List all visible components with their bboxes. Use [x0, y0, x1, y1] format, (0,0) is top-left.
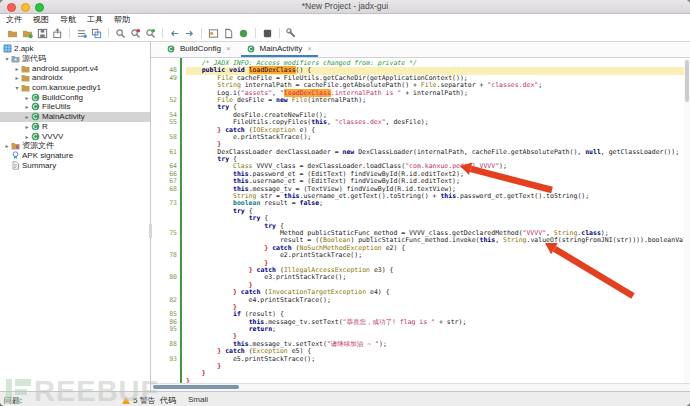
tree-item-BuildConfig[interactable]: ▸BuildConfig	[0, 92, 150, 102]
menu-item-tools[interactable]: 工具	[87, 14, 103, 25]
status-bar: 问题: 5 警告 代码 Smali	[0, 391, 690, 406]
tree-expand-icon[interactable]: ▸	[23, 123, 31, 130]
tree-item-_[interactable]: ▸资源文件	[0, 141, 150, 151]
horizontal-scrollbar[interactable]	[151, 383, 690, 391]
toolbar-separator	[279, 28, 280, 38]
tree-item-label: com.kanxue.pediy1	[31, 83, 101, 92]
code-line[interactable]: File desFile = new File(internalPath);	[186, 97, 690, 104]
source-preview-icon[interactable]	[222, 27, 235, 40]
close-tab-icon[interactable]: ×	[226, 44, 231, 53]
code-line[interactable]: e3.printStackTrace();	[186, 274, 690, 281]
menu-item-help[interactable]: 帮助	[114, 14, 130, 25]
tree-item-androidx[interactable]: ▸androidx	[0, 73, 150, 83]
tree-expand-icon[interactable]: ▸	[23, 133, 31, 140]
tree-item-FileUtils[interactable]: ▸FileUtils	[0, 102, 150, 112]
code-line[interactable]: e4.printStackTrace();	[186, 297, 690, 304]
code-line[interactable]: e5.printStackTrace();	[186, 356, 690, 363]
code-line[interactable]: }	[186, 363, 690, 370]
menu-item-view[interactable]: 视图	[33, 14, 49, 25]
warning-count-text: 5 警告	[133, 395, 156, 406]
source-code[interactable]: /* JADX INFO: Access modifiers changed f…	[182, 58, 690, 383]
code-view: 4849 52 5455 58 61 64666768 73 75 78 80 …	[151, 58, 690, 383]
jadx-gui-window: *New Project - jadx-gui 文件视图导航工具帮助 2.apk…	[0, 0, 690, 406]
tree-item-label: androidx	[31, 73, 63, 82]
code-line[interactable]: boolean result = false;	[186, 200, 690, 207]
tree-item-com.kanxue.pediy1[interactable]: ▾com.kanxue.pediy1	[0, 83, 150, 93]
code-line[interactable]: e.printStackTrace();	[186, 134, 690, 141]
editor-tab-label: BuildConfig	[180, 44, 221, 53]
class-icon	[167, 44, 177, 53]
class-icon	[31, 93, 41, 102]
editor-tab-label: MainActivity	[260, 44, 303, 53]
toolbar-separator	[255, 28, 256, 38]
code-line[interactable]: DexClassLoader dexClassLoader = new DexC…	[186, 149, 690, 156]
log-viewer-icon[interactable]	[261, 27, 274, 40]
code-editor-panel: BuildConfig×MainActivity× 4849 52 5455 5…	[151, 42, 690, 391]
class-icon	[31, 122, 41, 131]
source-folder-icon	[11, 54, 21, 63]
code-line[interactable]: }	[186, 370, 690, 377]
tree-expand-icon[interactable]: ▾	[13, 84, 21, 91]
tree-item-label: BuildConfig	[41, 93, 83, 102]
package-icon	[21, 73, 31, 82]
bottom-tab-smali[interactable]: Smali	[188, 395, 208, 404]
export-sources-icon[interactable]	[51, 27, 64, 40]
line-number-gutter: 4849 52 5455 58 61 64666768 73 75 78 80 …	[151, 58, 180, 383]
close-window-button[interactable]	[7, 3, 16, 12]
decompiler-view-icon[interactable]	[207, 27, 220, 40]
tree-item-label: android.support.v4	[31, 64, 98, 73]
tree-item-R[interactable]: ▸R	[0, 122, 150, 132]
bottom-tab-code[interactable]: 代码	[160, 395, 176, 406]
signature-icon	[11, 151, 21, 160]
tree-expand-icon[interactable]: ▾	[3, 55, 11, 62]
tree-item-_[interactable]: ▾源代码	[0, 54, 150, 64]
editor-tab-MainActivity[interactable]: MainActivity×	[241, 42, 318, 57]
toolbar-separator	[162, 28, 163, 38]
tree-expand-icon[interactable]: ▸	[13, 74, 21, 81]
zoom-window-button[interactable]	[35, 3, 44, 12]
tree-item-label: FileUtils	[41, 102, 70, 111]
toolbar-separator	[69, 28, 70, 38]
nav-forward-icon[interactable]	[183, 27, 196, 40]
save-all-icon[interactable]	[36, 27, 49, 40]
horizontal-scrollbar-thumb[interactable]	[153, 385, 239, 389]
main-area: 2.apk▾源代码▸android.support.v4▸androidx▾co…	[0, 42, 690, 391]
close-tab-icon[interactable]: ×	[307, 44, 312, 53]
search-text-icon[interactable]	[114, 27, 127, 40]
tree-item-Summary[interactable]: Summary	[0, 160, 150, 170]
apk-icon	[3, 44, 13, 53]
vertical-scrollbar[interactable]	[684, 58, 690, 383]
warning-count-badge[interactable]: 5 警告	[122, 395, 156, 406]
tree-expand-icon[interactable]: ▸	[13, 65, 21, 72]
flatten-packages-icon[interactable]	[75, 27, 88, 40]
sync-icon[interactable]	[90, 27, 103, 40]
editor-tab-BuildConfig[interactable]: BuildConfig×	[161, 42, 237, 57]
deobfuscation-icon[interactable]	[237, 27, 250, 40]
toolbar-separator	[201, 28, 202, 38]
tree-expand-icon[interactable]: ▸	[23, 94, 31, 101]
package-icon	[21, 83, 31, 92]
package-icon	[21, 64, 31, 73]
summary-icon	[11, 161, 21, 170]
tree-expand-icon[interactable]: ▸	[3, 142, 11, 149]
tree-expand-icon[interactable]: ▸	[23, 103, 31, 110]
menu-item-navigation[interactable]: 导航	[60, 14, 76, 25]
code-line[interactable]: return;	[186, 326, 690, 333]
search-usage-icon[interactable]	[144, 27, 157, 40]
menu-item-file[interactable]: 文件	[6, 14, 22, 25]
issues-label[interactable]: 问题:	[4, 395, 22, 406]
toolbar-separator	[108, 28, 109, 38]
tree-item-android.support.v4[interactable]: ▸android.support.v4	[0, 63, 150, 73]
search-class-icon[interactable]	[129, 27, 142, 40]
tree-item-APK_signature[interactable]: APK signature	[0, 151, 150, 161]
tree-expand-icon[interactable]: ▸	[23, 113, 31, 120]
vertical-scrollbar-thumb[interactable]	[685, 60, 689, 102]
add-files-icon[interactable]	[21, 27, 34, 40]
tree-item-MainActivity[interactable]: ▸MainActivity	[0, 112, 150, 122]
open-file-icon[interactable]	[6, 27, 19, 40]
minimize-window-button[interactable]	[21, 3, 30, 12]
nav-back-icon[interactable]	[168, 27, 181, 40]
title-bar[interactable]: *New Project - jadx-gui	[0, 0, 690, 14]
preferences-icon[interactable]	[285, 27, 298, 40]
editor-tab-bar: BuildConfig×MainActivity×	[151, 42, 690, 58]
